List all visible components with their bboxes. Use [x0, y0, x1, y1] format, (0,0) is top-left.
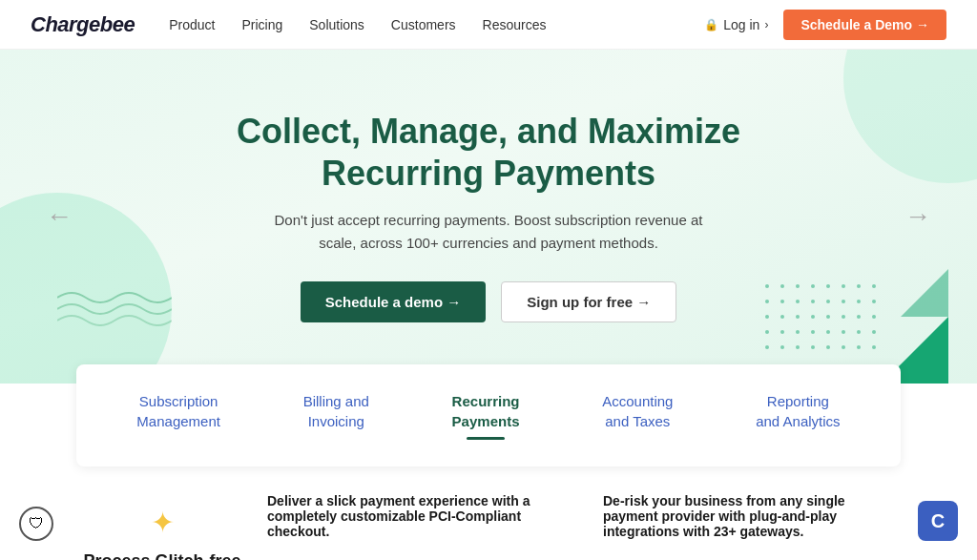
feature-left-panel: ✦ Process Glitch-free Recurring Payments [76, 493, 267, 560]
login-label: Log in [723, 17, 759, 32]
hero-circle-right-top [843, 50, 977, 183]
tab-reporting-analytics[interactable]: Reporting and Analytics [740, 387, 855, 444]
dots-grid [765, 284, 882, 355]
feature-item-2: De-risk your business from any single pa… [603, 493, 901, 543]
nav-item-product[interactable]: Product [169, 17, 215, 32]
hero-actions: Schedule a demo → Sign up for free → [202, 281, 775, 322]
tab-recurring-payments[interactable]: Recurring Payments [437, 387, 535, 444]
hero-signup-button[interactable]: Sign up for free → [501, 281, 676, 322]
tab-billing-invoicing[interactable]: Billing and Invoicing [288, 387, 385, 444]
hero-content: Collect, Manage, and Maximize Recurring … [202, 111, 775, 321]
feature-item-1: Deliver a slick payment experience with … [267, 493, 565, 543]
nav-item-customers[interactable]: Customers [391, 17, 456, 32]
feature-item-2-title-bold: De-risk your business [603, 493, 742, 508]
brand-logo: Chargebee [31, 12, 135, 37]
wavy-lines-decoration [57, 288, 172, 326]
login-link[interactable]: 🔒 Log in › [704, 17, 768, 32]
feature-item-2-title: De-risk your business from any single pa… [603, 493, 901, 539]
feature-item-1-title: Deliver a slick payment experience with … [267, 493, 565, 539]
lock-icon: 🔒 [704, 18, 718, 31]
feature-left-title: Process Glitch-free Recurring Payments [76, 550, 248, 560]
tab-subscription-management[interactable]: Subscription Management [121, 387, 236, 444]
hero-title: Collect, Manage, and Maximize Recurring … [202, 111, 775, 193]
nav-item-solutions[interactable]: Solutions [309, 17, 364, 32]
shield-icon: 🛡 [29, 515, 44, 532]
chat-badge[interactable]: C [918, 501, 958, 541]
hero-demo-button[interactable]: Schedule a demo → [301, 281, 487, 322]
schedule-demo-nav-button[interactable]: Schedule a Demo → [783, 10, 946, 40]
nav-item-pricing[interactable]: Pricing [241, 17, 282, 32]
features-section: ✦ Process Glitch-free Recurring Payments… [0, 467, 977, 560]
shield-badge[interactable]: 🛡 [19, 507, 53, 541]
tab-accounting-taxes[interactable]: Accounting and Taxes [587, 387, 688, 444]
login-arrow: › [764, 18, 768, 31]
hero-next-arrow[interactable]: → [904, 201, 931, 232]
chat-icon: C [931, 510, 945, 532]
hero-subtitle: Don't just accept recurring payments. Bo… [260, 209, 717, 255]
hero-triangle-small [901, 269, 948, 317]
features-grid: Deliver a slick payment experience with … [267, 493, 901, 560]
navbar: Chargebee Product Pricing Solutions Cust… [0, 0, 977, 50]
hero-prev-arrow[interactable]: ← [46, 201, 73, 232]
feature-tabs: Subscription Management Billing and Invo… [76, 364, 901, 467]
sparkle-icon: ✦ [151, 506, 175, 539]
nav-item-resources[interactable]: Resources [483, 17, 547, 32]
navbar-actions: 🔒 Log in › Schedule a Demo → [704, 10, 946, 40]
hero-section: ← → Collect, Manage, and Maximize Recurr… [0, 50, 977, 384]
feature-item-1-title-bold: Deliver a slick payment experience [267, 493, 488, 508]
nav-links: Product Pricing Solutions Customers Reso… [169, 17, 704, 32]
